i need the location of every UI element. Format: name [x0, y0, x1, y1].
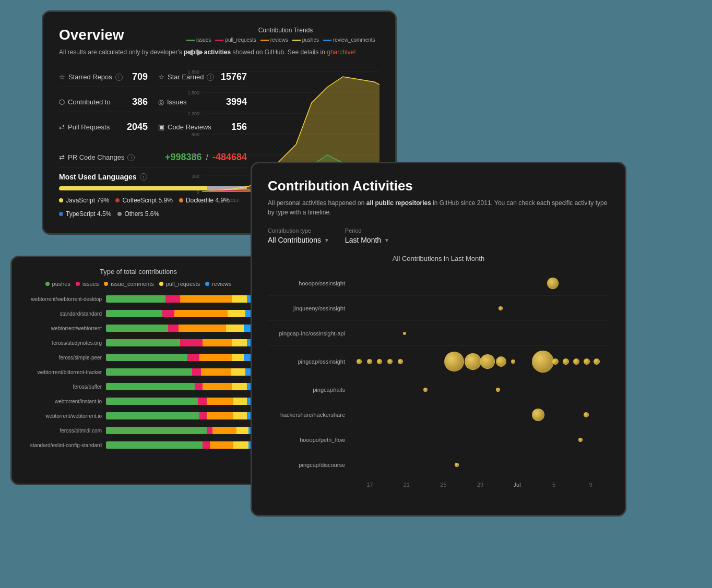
bar-segment	[203, 339, 232, 346]
x-axis: 17 21 25 29 Jul 5 9	[351, 477, 609, 488]
bubble-row-pingcap-ossinsight: pingcap/ossinsight	[268, 346, 609, 377]
bubble-row-hooopo-ossinsight: hooopo/ossinsight	[268, 271, 609, 296]
bubble	[377, 359, 382, 364]
contributions-title: Contribution Activities	[268, 178, 609, 194]
bubble	[573, 358, 579, 365]
bubble	[499, 306, 503, 310]
bar-segment	[106, 339, 180, 346]
bar-segment	[106, 427, 207, 434]
bar-row: webtorrent/webtorrent-desktop	[22, 293, 254, 305]
bar-row: webtorrent/webtorrent.io	[22, 410, 254, 422]
bubble	[552, 358, 559, 365]
bubble	[444, 352, 464, 371]
coffee-dot	[115, 198, 120, 202]
svg-text:1,200: 1,200	[187, 111, 199, 116]
bar-row: standard/eslint-config-standard	[22, 439, 254, 451]
bar-segment	[232, 383, 246, 390]
bubble	[403, 332, 406, 335]
bar-rows: webtorrent/webtorrent-desktopstandard/st…	[22, 293, 254, 451]
bubble	[496, 356, 506, 367]
contributed-icon: ⬡	[59, 98, 65, 106]
bar-segment	[226, 325, 244, 332]
comments-legend-line	[323, 40, 331, 41]
bar-segment	[187, 354, 199, 361]
issues-icon: ◎	[158, 98, 164, 106]
bar-segment	[231, 368, 245, 376]
reviews-legend-line	[260, 40, 269, 41]
languages-title: Most Used Languages	[59, 173, 137, 181]
contribution-type-filter: Contribution type All Contributions ▼	[268, 227, 329, 244]
lang-item-coffee: CoffeeScript 5.9%	[115, 197, 173, 204]
reviews-legend-dot	[205, 282, 209, 286]
svg-text:2013: 2013	[228, 198, 239, 203]
bar-segment	[233, 412, 247, 419]
bar-segment	[106, 295, 165, 303]
starred-info-icon[interactable]: i	[115, 74, 123, 81]
bubble	[594, 358, 600, 365]
bar-row: webtorrent/instant.io	[22, 395, 254, 407]
bar-row: feross/bitmidi.com	[22, 425, 254, 436]
bar-segment	[106, 412, 199, 419]
languages-info-icon[interactable]: i	[140, 173, 147, 181]
svg-text:0: 0	[197, 189, 199, 195]
bubble-chart: All Contributions in Last Month hooopo/o…	[268, 255, 609, 505]
bubble	[357, 359, 362, 364]
svg-text:300: 300	[192, 174, 199, 179]
bubble-row-hackershare: hackershare/hackershare	[268, 402, 609, 427]
bar-segment	[199, 412, 207, 419]
bubble	[496, 388, 500, 392]
period-select[interactable]: Last Month ▼	[345, 236, 389, 244]
contribution-type-select[interactable]: All Contributions ▼	[268, 236, 329, 244]
pr-legend-line	[215, 40, 223, 41]
bar-segment	[106, 441, 203, 449]
svg-text:2011: 2011	[197, 198, 207, 203]
bar-segment	[195, 383, 202, 390]
docker-dot	[179, 198, 183, 202]
bubble	[480, 354, 495, 369]
bar-segment	[106, 368, 192, 376]
bubble	[465, 353, 481, 370]
contributions-subtitle: All personal activities happened on all …	[268, 198, 609, 217]
issue-comments-legend-dot	[104, 282, 108, 286]
bubble	[511, 359, 515, 364]
pr-changes-info-icon[interactable]: i	[127, 154, 135, 161]
bubble	[584, 412, 589, 417]
bubble	[578, 438, 583, 442]
bar-segment	[106, 310, 162, 317]
bar-segment	[106, 325, 168, 332]
star-icon: ☆	[59, 73, 65, 81]
starred-repos-stat: ☆ Starred Repos i 709	[59, 67, 148, 87]
bubble	[367, 359, 372, 364]
bar-segment	[212, 427, 236, 434]
bar-segment	[162, 310, 174, 317]
bubble	[387, 359, 393, 364]
bar-segment	[174, 310, 228, 317]
bar-segment	[236, 427, 248, 434]
review-icon: ▣	[158, 123, 164, 131]
bar-segment	[232, 354, 244, 361]
bar-row: webtorrent/webtorrent	[22, 322, 254, 334]
bar-segment	[207, 427, 212, 434]
bar-segment	[207, 412, 233, 419]
bar-row: feross/studynotes.org	[22, 337, 254, 349]
bar-segment	[232, 295, 246, 303]
bubble	[455, 463, 459, 467]
svg-text:1,500: 1,500	[187, 90, 199, 95]
bar-row: webtorrent/bittorrent-tracker	[22, 366, 254, 378]
contribution-type-chevron: ▼	[324, 237, 329, 243]
bar-segment	[203, 383, 232, 390]
bar-segment	[192, 368, 201, 376]
bar-segment	[233, 441, 248, 449]
legend-scroll-left[interactable]: ◀	[186, 47, 193, 57]
bar-chart-legend: pushes issues issue_comments pull_reques…	[22, 281, 254, 287]
legend-scroll-right[interactable]: ▶	[197, 47, 203, 57]
bar-segment	[180, 339, 203, 346]
bubble	[563, 358, 569, 365]
bubble	[584, 358, 590, 365]
period-filter: Period Last Month ▼	[345, 227, 389, 244]
bar-segment	[232, 339, 246, 346]
bubble-row-discourse: pingcap/discourse	[268, 452, 609, 477]
bar-segment	[201, 368, 231, 376]
chart-legend: issues pull_requests reviews pushes revi…	[186, 37, 385, 57]
lang-item-others: Others 5.6%	[117, 210, 159, 218]
